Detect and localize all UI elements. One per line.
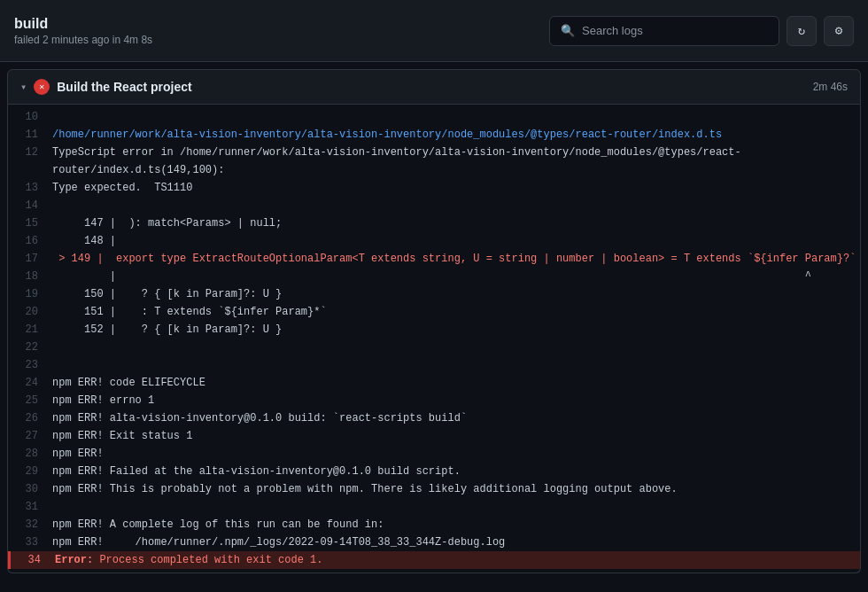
refresh-icon: ↻ bbox=[798, 23, 805, 38]
line-content: TypeScript error in /home/runner/work/al… bbox=[52, 144, 756, 160]
chevron-down-icon[interactable]: ▾ bbox=[20, 81, 27, 94]
line-number: 29 bbox=[8, 463, 52, 479]
line-content: Error: Process completed with exit code … bbox=[55, 552, 337, 568]
search-placeholder: Search logs bbox=[582, 24, 643, 37]
line-number: 21 bbox=[8, 322, 52, 338]
header-left: build failed 2 minutes ago in 4m 8s bbox=[14, 16, 152, 46]
log-line: 31 bbox=[8, 498, 860, 516]
line-content: router/index.d.ts(149,100): bbox=[52, 162, 238, 178]
log-line: 11 /home/runner/work/alta-vision-invento… bbox=[8, 126, 860, 144]
log-line: 17 > 149 | export type ExtractRouteOptio… bbox=[8, 250, 860, 268]
log-line: 30 npm ERR! This is probably not a probl… bbox=[8, 480, 860, 498]
line-number: 30 bbox=[8, 481, 52, 497]
line-number: 26 bbox=[8, 410, 52, 426]
log-line: 29 npm ERR! Failed at the alta-vision-in… bbox=[8, 463, 860, 480]
build-subtitle: failed 2 minutes ago in 4m 8s bbox=[14, 34, 152, 46]
header: build failed 2 minutes ago in 4m 8s 🔍 Se… bbox=[0, 0, 868, 62]
search-icon: 🔍 bbox=[561, 24, 575, 38]
log-line: 26 npm ERR! alta-vision-inventory@0.1.0 … bbox=[8, 409, 860, 427]
log-line: 20 151 | : T extends `${infer Param}*` bbox=[8, 303, 860, 321]
line-content: npm ERR! This is probably not a problem … bbox=[52, 481, 692, 497]
section-duration: 2m 46s bbox=[813, 81, 848, 93]
line-content: 148 | bbox=[52, 233, 130, 249]
settings-button[interactable]: ⚙ bbox=[824, 16, 854, 46]
refresh-button[interactable]: ↻ bbox=[787, 16, 817, 46]
log-line: 14 bbox=[8, 197, 860, 214]
line-content: npm ERR! Exit status 1 bbox=[52, 428, 206, 444]
line-number: 13 bbox=[8, 180, 52, 196]
log-content: 10 11 /home/runner/work/alta-vision-inve… bbox=[7, 105, 861, 573]
line-content: Type expected. TS1110 bbox=[52, 180, 206, 196]
line-number: 23 bbox=[8, 357, 52, 373]
line-number: 34 bbox=[11, 552, 55, 568]
line-content: npm ERR! Failed at the alta-vision-inven… bbox=[52, 463, 475, 479]
log-line: 15 147 | ): match<Params> | null; bbox=[8, 214, 860, 232]
line-number: 16 bbox=[8, 233, 52, 249]
line-number: 25 bbox=[8, 393, 52, 409]
main-content: ▾ ✕ Build the React project 2m 46s 10 11… bbox=[0, 62, 868, 592]
log-line: 23 bbox=[8, 356, 860, 374]
section-header-left: ▾ ✕ Build the React project bbox=[20, 79, 192, 95]
line-number: 18 bbox=[8, 269, 52, 284]
log-line: router/index.d.ts(149,100): bbox=[8, 161, 860, 179]
line-number: 32 bbox=[8, 517, 52, 533]
line-number: 17 bbox=[8, 251, 52, 267]
header-right: 🔍 Search logs ↻ ⚙ bbox=[549, 16, 854, 46]
line-content: npm ERR! errno 1 bbox=[52, 393, 168, 409]
log-line: 16 148 | bbox=[8, 232, 860, 250]
line-number: 11 bbox=[8, 127, 52, 143]
line-number: 22 bbox=[8, 339, 52, 355]
line-content: npm ERR! code ELIFECYCLE bbox=[52, 375, 220, 391]
line-number: 15 bbox=[8, 215, 52, 231]
log-line: 19 150 | ? { [k in Param]?: U } bbox=[8, 285, 860, 303]
status-icon: ✕ bbox=[34, 79, 50, 95]
line-content: 151 | : T extends `${infer Param}*` bbox=[52, 304, 341, 320]
build-title: build bbox=[14, 16, 152, 32]
line-number: 10 bbox=[8, 109, 52, 125]
line-content: /home/runner/work/alta-vision-inventory/… bbox=[52, 127, 736, 143]
section-title: Build the React project bbox=[57, 80, 191, 94]
log-line: 21 152 | ? { [k in Param]?: U } bbox=[8, 321, 860, 339]
log-line-error: 34 Error: Process completed with exit co… bbox=[8, 551, 860, 569]
line-number: 24 bbox=[8, 375, 52, 391]
line-content: npm ERR! alta-vision-inventory@0.1.0 bui… bbox=[52, 410, 481, 426]
line-number: 19 bbox=[8, 286, 52, 302]
line-number: 12 bbox=[8, 144, 52, 160]
line-content: npm ERR! /home/runner/.npm/_logs/2022-09… bbox=[52, 534, 519, 550]
line-number: 14 bbox=[8, 198, 52, 214]
log-line: 22 bbox=[8, 339, 860, 356]
log-line: 12 TypeScript error in /home/runner/work… bbox=[8, 144, 860, 161]
line-number: 20 bbox=[8, 304, 52, 320]
log-line: 32 npm ERR! A complete log of this run c… bbox=[8, 516, 860, 534]
log-line: 13 Type expected. TS1110 bbox=[8, 179, 860, 197]
log-line: 10 bbox=[8, 108, 860, 126]
line-number: 31 bbox=[8, 499, 52, 515]
line-content: npm ERR! bbox=[52, 446, 118, 462]
search-box[interactable]: 🔍 Search logs bbox=[549, 16, 779, 46]
line-content: 152 | ? { [k in Param]?: U } bbox=[52, 322, 296, 338]
line-content: > 149 | export type ExtractRouteOptional… bbox=[52, 251, 868, 267]
log-line: 24 npm ERR! code ELIFECYCLE bbox=[8, 374, 860, 392]
line-number: 33 bbox=[8, 534, 52, 550]
log-line: 33 npm ERR! /home/runner/.npm/_logs/2022… bbox=[8, 534, 860, 551]
settings-icon: ⚙ bbox=[835, 23, 842, 38]
log-line: 25 npm ERR! errno 1 bbox=[8, 392, 860, 409]
section-header: ▾ ✕ Build the React project 2m 46s bbox=[7, 69, 861, 105]
log-line: 18 | ^ bbox=[8, 268, 860, 285]
line-number: 27 bbox=[8, 428, 52, 444]
log-line: 28 npm ERR! bbox=[8, 445, 860, 463]
line-content: 150 | ? { [k in Param]?: U } bbox=[52, 286, 296, 302]
line-content: 147 | ): match<Params> | null; bbox=[52, 215, 296, 231]
line-content: npm ERR! A complete log of this run can … bbox=[52, 517, 398, 533]
line-number: 28 bbox=[8, 446, 52, 462]
line-content: | ^ bbox=[52, 269, 825, 284]
log-line: 27 npm ERR! Exit status 1 bbox=[8, 427, 860, 445]
